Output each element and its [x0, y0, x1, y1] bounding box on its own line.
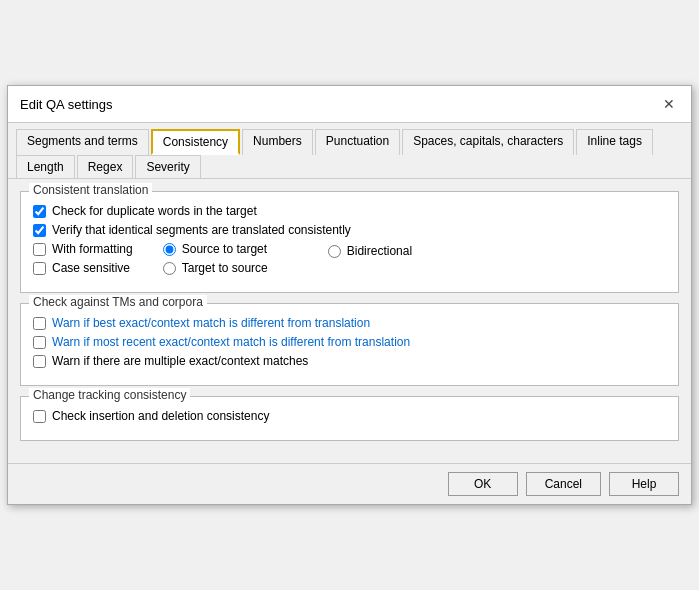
checkbox-insertion-deletion[interactable] — [33, 410, 46, 423]
help-button[interactable]: Help — [609, 472, 679, 496]
checkbox-best-exact[interactable] — [33, 317, 46, 330]
checkbox-with-formatting[interactable] — [33, 243, 46, 256]
checkbox-row-identical-segments: Verify that identical segments are trans… — [33, 223, 666, 237]
radio-row-target-to-source: Target to source — [163, 261, 268, 275]
close-button[interactable]: ✕ — [659, 94, 679, 114]
checkbox-most-recent[interactable] — [33, 336, 46, 349]
checkbox-row-case-sensitive: Case sensitive — [33, 261, 133, 275]
checkbox-identical-segments-label: Verify that identical segments are trans… — [52, 223, 351, 237]
dialog: Edit QA settings ✕ Segments and terms Co… — [7, 85, 692, 505]
checkbox-with-formatting-label: With formatting — [52, 242, 133, 256]
title-bar: Edit QA settings ✕ — [8, 86, 691, 123]
radio-bidirectional-label: Bidirectional — [347, 244, 412, 258]
checkbox-row-with-formatting: With formatting — [33, 242, 133, 256]
checkbox-row-insertion-deletion: Check insertion and deletion consistency — [33, 409, 666, 423]
tab-segments[interactable]: Segments and terms — [16, 129, 149, 155]
consistent-translation-label: Consistent translation — [29, 183, 152, 197]
radio-source-to-target-label: Source to target — [182, 242, 267, 256]
checkbox-best-exact-label: Warn if best exact/context match is diff… — [52, 316, 370, 330]
consistent-translation-group: Consistent translation Check for duplica… — [20, 191, 679, 293]
radio-target-to-source[interactable] — [163, 262, 176, 275]
dialog-title: Edit QA settings — [20, 97, 113, 112]
change-tracking-group: Change tracking consistency Check insert… — [20, 396, 679, 441]
radio-source-to-target[interactable] — [163, 243, 176, 256]
checkbox-dup-words-label: Check for duplicate words in the target — [52, 204, 257, 218]
tab-content: Consistent translation Check for duplica… — [8, 179, 691, 463]
tab-punctuation[interactable]: Punctuation — [315, 129, 400, 155]
cancel-button[interactable]: Cancel — [526, 472, 601, 496]
tab-length[interactable]: Length — [16, 155, 75, 178]
radio-bidirectional[interactable] — [328, 245, 341, 258]
checkbox-case-sensitive[interactable] — [33, 262, 46, 275]
checkbox-row-most-recent: Warn if most recent exact/context match … — [33, 335, 666, 349]
radio-target-to-source-label: Target to source — [182, 261, 268, 275]
tab-consistency[interactable]: Consistency — [151, 129, 240, 155]
tab-inline[interactable]: Inline tags — [576, 129, 653, 155]
checkbox-multiple-matches-label: Warn if there are multiple exact/context… — [52, 354, 308, 368]
tab-regex[interactable]: Regex — [77, 155, 134, 178]
checkbox-insertion-deletion-label: Check insertion and deletion consistency — [52, 409, 269, 423]
change-tracking-content: Check insertion and deletion consistency — [33, 409, 666, 423]
check-tms-group: Check against TMs and corpora Warn if be… — [20, 303, 679, 386]
checkbox-row-dup-words: Check for duplicate words in the target — [33, 204, 666, 218]
change-tracking-label: Change tracking consistency — [29, 388, 190, 402]
tab-severity[interactable]: Severity — [135, 155, 200, 178]
check-tms-label: Check against TMs and corpora — [29, 295, 207, 309]
checkbox-identical-segments[interactable] — [33, 224, 46, 237]
tab-spaces[interactable]: Spaces, capitals, characters — [402, 129, 574, 155]
radio-row-bidirectional: Bidirectional — [328, 244, 412, 258]
tab-numbers[interactable]: Numbers — [242, 129, 313, 155]
tab-bar: Segments and terms Consistency Numbers P… — [8, 123, 691, 179]
checkbox-multiple-matches[interactable] — [33, 355, 46, 368]
consistent-translation-content: Check for duplicate words in the target … — [33, 204, 666, 280]
checkbox-dup-words[interactable] — [33, 205, 46, 218]
checkbox-row-multiple: Warn if there are multiple exact/context… — [33, 354, 666, 368]
radio-row-source-to-target: Source to target — [163, 242, 268, 256]
checkbox-row-best-exact: Warn if best exact/context match is diff… — [33, 316, 666, 330]
ok-button[interactable]: OK — [448, 472, 518, 496]
checkbox-most-recent-label: Warn if most recent exact/context match … — [52, 335, 410, 349]
checkbox-case-sensitive-label: Case sensitive — [52, 261, 130, 275]
dialog-footer: OK Cancel Help — [8, 463, 691, 504]
check-tms-content: Warn if best exact/context match is diff… — [33, 316, 666, 368]
